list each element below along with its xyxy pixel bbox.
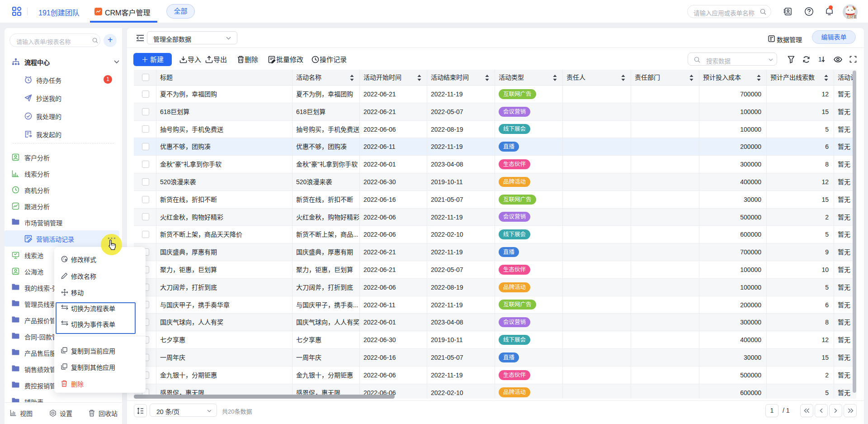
svg-text:招财猫: 招财猫 [847, 14, 857, 19]
svg-text:1: 1 [818, 56, 822, 63]
